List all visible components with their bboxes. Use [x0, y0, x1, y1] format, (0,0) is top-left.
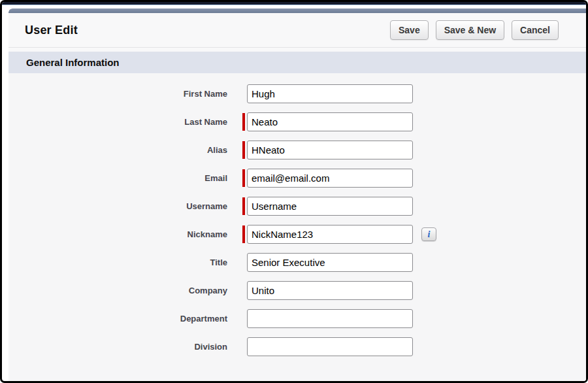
first-name-input[interactable]: [247, 84, 413, 103]
required-marker: [242, 113, 245, 131]
save-button[interactable]: Save: [390, 20, 429, 40]
title-label: Title: [8, 258, 227, 267]
alias-field: [247, 141, 413, 159]
browser-chrome-bar: [2, 2, 586, 5]
department-label: Department: [8, 314, 227, 324]
form-row: Last Name: [8, 112, 586, 131]
form-row: Department: [8, 309, 586, 328]
form-row: Company: [8, 281, 586, 300]
form-row: Username: [8, 197, 586, 216]
last-name-input[interactable]: [247, 112, 413, 131]
username-field: [247, 197, 413, 216]
form-row: First Name: [8, 84, 586, 103]
email-field: [247, 169, 413, 188]
form-row: Division: [8, 337, 586, 356]
panel-top-strip: [8, 8, 586, 13]
username-input[interactable]: [247, 197, 413, 216]
cancel-button[interactable]: Cancel: [512, 20, 559, 40]
company-label: Company: [8, 286, 227, 295]
email-label: Email: [8, 173, 227, 183]
required-marker: [242, 197, 245, 215]
email-input[interactable]: [247, 169, 413, 188]
nickname-label: Nickname: [8, 229, 227, 239]
form-row: Title: [8, 253, 586, 272]
page-title: User Edit: [25, 24, 78, 37]
save-and-new-button[interactable]: Save & New: [436, 20, 504, 40]
username-label: Username: [8, 201, 227, 211]
required-marker: [242, 225, 245, 243]
first-name-label: First Name: [8, 89, 227, 99]
division-label: Division: [8, 342, 227, 352]
form-row: Alias: [8, 141, 586, 159]
header-button-group: Save Save & New Cancel: [390, 20, 559, 40]
company-input[interactable]: [247, 281, 413, 300]
general-information-form: First Name Last Name Alias Email: [8, 73, 586, 381]
page-header: User Edit Save Save & New Cancel: [8, 13, 586, 48]
division-input[interactable]: [247, 337, 413, 356]
company-field: [247, 281, 413, 300]
last-name-field: [247, 112, 413, 131]
first-name-field: [247, 84, 413, 103]
title-input[interactable]: [247, 253, 413, 272]
department-field: [247, 309, 413, 328]
section-title: General Information: [26, 57, 120, 68]
last-name-label: Last Name: [8, 117, 227, 127]
section-header: General Information: [8, 52, 586, 73]
user-edit-window: User Edit Save Save & New Cancel General…: [0, 0, 588, 383]
title-field: [247, 253, 413, 272]
user-edit-panel: User Edit Save Save & New Cancel General…: [8, 8, 586, 381]
division-field: [247, 337, 413, 356]
alias-label: Alias: [8, 145, 227, 155]
nickname-field: i: [247, 225, 436, 244]
info-icon[interactable]: i: [421, 227, 436, 241]
alias-input[interactable]: [247, 141, 413, 159]
required-marker: [242, 141, 245, 159]
form-row: Nickname i: [8, 225, 586, 244]
department-input[interactable]: [247, 309, 413, 328]
required-marker: [242, 169, 245, 187]
nickname-input[interactable]: [247, 225, 413, 244]
form-row: Email: [8, 169, 586, 188]
